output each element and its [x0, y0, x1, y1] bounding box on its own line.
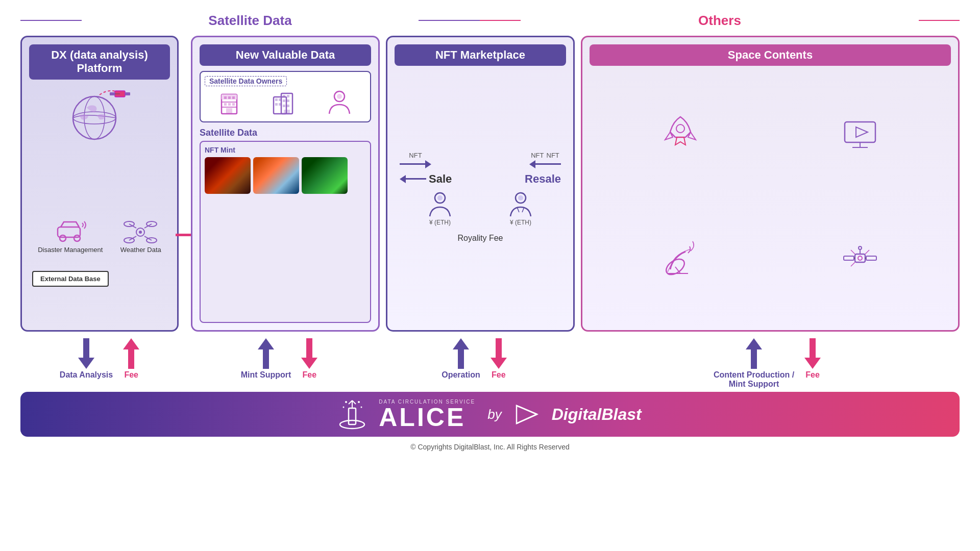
svg-point-10: [74, 235, 80, 241]
content-production-flow: Content Production / Mint Support: [714, 338, 794, 389]
space-arrows-pair: Content Production / Mint Support Fee: [714, 338, 821, 389]
yen-eth-2: ¥ (ETH): [510, 219, 531, 226]
buyer-seller-row: ¥ (ETH) ¥ (ETH): [400, 191, 561, 226]
nvd-mint-box: NFT Mint: [200, 141, 371, 323]
svg-point-78: [345, 401, 347, 403]
satellite-line-left: [20, 20, 82, 21]
disaster-management-icon-group: Disaster Management: [38, 218, 103, 254]
svg-point-46: [337, 94, 342, 99]
disaster-label: Disaster Management: [38, 246, 103, 254]
copyright: © Copyrights DigitalBlast, Inc. All Righ…: [20, 443, 960, 451]
rocket-icon-item: [595, 76, 767, 193]
nvd-arrows-pair: Mint Support Fee: [241, 338, 318, 380]
alice-title: ALICE: [379, 405, 475, 430]
svg-rect-54: [845, 122, 875, 142]
sat-images-row: [205, 157, 366, 194]
svg-rect-5: [110, 92, 115, 95]
svg-rect-41: [287, 99, 289, 102]
panel-dx-title: DX (data analysis) Platform: [29, 44, 170, 80]
fee1-arrow: [123, 338, 139, 369]
svg-rect-39: [287, 95, 289, 97]
ext-db-box: External Data Base: [32, 271, 109, 287]
others-label-area: Others: [480, 13, 960, 29]
svg-line-76: [349, 400, 352, 404]
flow-dx-section: Data Analysis Fee: [20, 338, 179, 380]
main-container: Satellite Data Others DX (data analysis)…: [0, 0, 980, 551]
buyer-group: ¥ (ETH): [427, 191, 453, 226]
svg-line-83: [517, 414, 537, 423]
svg-rect-34: [275, 98, 278, 101]
mint-support-label: Mint Support: [241, 370, 291, 380]
fee2-flow: Fee: [301, 338, 317, 380]
alice-by: by: [487, 407, 501, 422]
seller-group: ¥ (ETH): [508, 191, 533, 226]
main-panels-row: DX (data analysis) Platform: [20, 36, 960, 332]
operation-flow: Operation: [442, 338, 480, 380]
nvd-owners-box: Satellite Data Owners: [200, 71, 371, 122]
sale-resale-row: Sale Resale: [400, 172, 561, 186]
svg-line-82: [517, 406, 537, 414]
nvd-mint-title: NFT Mint: [205, 146, 366, 154]
svg-rect-27: [232, 96, 235, 99]
satellite-label-area: Satellite Data: [20, 13, 480, 29]
satellite-dish-icon-item: [595, 201, 767, 318]
operation-label: Operation: [442, 370, 480, 380]
person1-icon: [325, 89, 353, 117]
svg-point-48: [437, 195, 443, 201]
space-satellite-icon-item: [774, 201, 946, 318]
weather-data-icon-group: Weather Data: [120, 218, 161, 254]
satellite-line-right: [419, 20, 480, 21]
space-icons-grid: [590, 71, 951, 323]
nft-label-right2: NFT: [547, 152, 559, 159]
seller-icon: [508, 191, 533, 219]
dx-nvd-arrow-line: [176, 234, 191, 236]
nft-right-arrow-group: NFT NFT: [529, 152, 561, 168]
data-analysis-label: Data Analysis: [60, 370, 113, 380]
content-production-label: Content Production / Mint Support: [714, 370, 794, 389]
full-diagram: DX (data analysis) Platform: [20, 36, 960, 546]
alice-bar: DATA CIRCULATION SERVICE ALICE by Digita…: [20, 392, 960, 437]
svg-rect-6: [125, 92, 130, 95]
fee2-arrow: [301, 338, 317, 369]
operation-arrow: [453, 338, 469, 369]
svg-rect-38: [283, 95, 285, 97]
satellite-dish-icon: [660, 239, 701, 280]
panel-dx: DX (data analysis) Platform: [20, 36, 179, 332]
fee3-label: Fee: [492, 370, 506, 380]
fee4-label: Fee: [805, 370, 820, 380]
fee2-label: Fee: [303, 370, 317, 380]
svg-rect-36: [275, 103, 278, 106]
panel-nvd-title: New Valuable Data: [200, 44, 371, 66]
dx-bottom-icons: Disaster Management: [29, 148, 170, 323]
svg-rect-42: [283, 105, 285, 107]
digitalblast-text: DigitalBlast: [552, 405, 642, 424]
flow-nvd-section: Mint Support Fee: [185, 338, 374, 380]
sat-tile-1: [205, 157, 251, 194]
nft-arrow-left: [529, 160, 561, 168]
fee3-arrow: [491, 338, 507, 369]
svg-rect-31: [226, 108, 232, 114]
yen-eth-1: ¥ (ETH): [429, 219, 451, 226]
data-analysis-flow: Data Analysis: [60, 338, 113, 380]
weather-label: Weather Data: [120, 246, 161, 254]
svg-rect-30: [232, 103, 235, 106]
svg-point-9: [60, 235, 66, 241]
flow-nft-section: Operation Fee: [380, 338, 569, 380]
nft-left-arrow-group: NFT: [400, 152, 431, 168]
royalty-group: Royality Fee: [458, 234, 503, 243]
dx-arrows-pair: Data Analysis Fee: [60, 338, 139, 380]
owners-icons-row: [205, 89, 366, 117]
resale-label: Resale: [525, 172, 561, 186]
svg-line-70: [851, 250, 855, 254]
building2-icon: [271, 89, 299, 117]
sat-tile-3: [302, 157, 348, 194]
svg-rect-37: [279, 103, 281, 106]
svg-rect-40: [283, 99, 285, 102]
fee4-flow: Fee: [804, 338, 821, 380]
digitalblast-logo-icon: [514, 403, 540, 426]
nft-top-row: NFT NFT NFT: [400, 152, 561, 168]
ext-db-wrapper: External Data Base: [32, 271, 109, 287]
content-arrow: [746, 338, 762, 369]
mint-support-flow: Mint Support: [241, 338, 291, 380]
car-icon: [53, 218, 88, 243]
